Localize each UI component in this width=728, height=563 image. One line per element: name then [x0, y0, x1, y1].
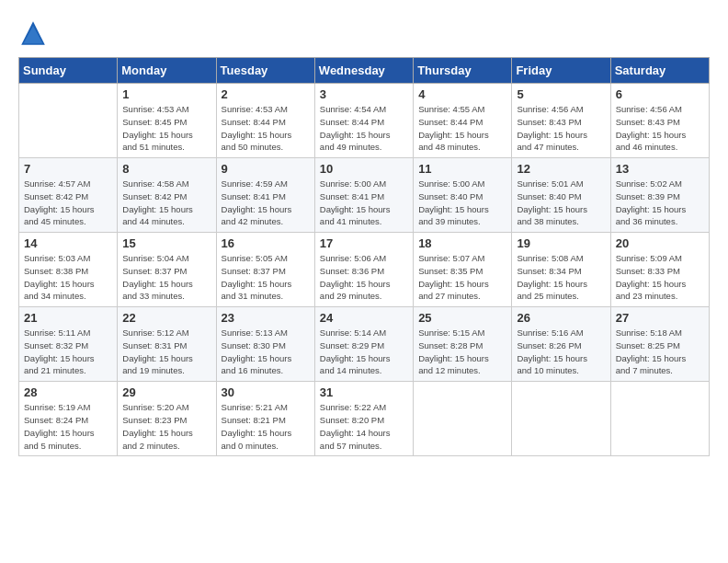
- calendar-cell: 18Sunrise: 5:07 AM Sunset: 8:35 PM Dayli…: [414, 233, 512, 307]
- calendar-cell: [414, 382, 512, 456]
- day-info: Sunrise: 4:58 AM Sunset: 8:42 PM Dayligh…: [122, 178, 210, 228]
- calendar-cell: 9Sunrise: 4:59 AM Sunset: 8:41 PM Daylig…: [216, 158, 314, 233]
- header-friday: Friday: [512, 58, 610, 84]
- week-row-1: 1Sunrise: 4:53 AM Sunset: 8:45 PM Daylig…: [19, 84, 710, 158]
- day-info: Sunrise: 5:11 AM Sunset: 8:32 PM Dayligh…: [24, 327, 112, 377]
- header-wednesday: Wednesday: [314, 58, 413, 84]
- day-info: Sunrise: 5:22 AM Sunset: 8:20 PM Dayligh…: [320, 401, 408, 452]
- day-number: 31: [320, 385, 408, 399]
- day-info: Sunrise: 5:07 AM Sunset: 8:35 PM Dayligh…: [418, 252, 506, 303]
- day-info: Sunrise: 5:12 AM Sunset: 8:31 PM Dayligh…: [122, 327, 210, 377]
- day-info: Sunrise: 5:02 AM Sunset: 8:39 PM Dayligh…: [616, 178, 704, 228]
- day-number: 10: [320, 162, 408, 176]
- calendar-cell: [19, 84, 118, 158]
- day-number: 28: [24, 385, 112, 399]
- calendar-cell: [512, 382, 610, 456]
- calendar-cell: 6Sunrise: 4:56 AM Sunset: 8:43 PM Daylig…: [610, 84, 709, 158]
- calendar-cell: 27Sunrise: 5:18 AM Sunset: 8:25 PM Dayli…: [610, 307, 709, 382]
- day-number: 5: [517, 87, 605, 101]
- day-number: 24: [320, 311, 408, 325]
- week-row-3: 14Sunrise: 5:03 AM Sunset: 8:38 PM Dayli…: [19, 233, 710, 307]
- day-number: 22: [122, 311, 210, 325]
- day-number: 17: [320, 236, 408, 250]
- calendar-cell: 26Sunrise: 5:16 AM Sunset: 8:26 PM Dayli…: [512, 307, 610, 382]
- day-number: 11: [418, 162, 506, 176]
- day-info: Sunrise: 5:21 AM Sunset: 8:21 PM Dayligh…: [222, 401, 310, 452]
- calendar-cell: 20Sunrise: 5:09 AM Sunset: 8:33 PM Dayli…: [610, 233, 709, 307]
- day-number: 3: [320, 87, 408, 101]
- day-number: 8: [122, 162, 210, 176]
- calendar-cell: 22Sunrise: 5:12 AM Sunset: 8:31 PM Dayli…: [118, 307, 216, 382]
- svg-marker-1: [24, 26, 43, 43]
- day-info: Sunrise: 4:56 AM Sunset: 8:43 PM Dayligh…: [517, 103, 605, 154]
- page-header: [18, 18, 710, 48]
- day-info: Sunrise: 5:14 AM Sunset: 8:29 PM Dayligh…: [320, 327, 408, 377]
- day-number: 29: [122, 385, 210, 399]
- calendar-cell: 4Sunrise: 4:55 AM Sunset: 8:44 PM Daylig…: [414, 84, 512, 158]
- week-row-2: 7Sunrise: 4:57 AM Sunset: 8:42 PM Daylig…: [19, 158, 710, 233]
- calendar-cell: 3Sunrise: 4:54 AM Sunset: 8:44 PM Daylig…: [314, 84, 413, 158]
- calendar-cell: 21Sunrise: 5:11 AM Sunset: 8:32 PM Dayli…: [19, 307, 118, 382]
- day-info: Sunrise: 5:16 AM Sunset: 8:26 PM Dayligh…: [517, 327, 605, 377]
- day-number: 21: [24, 311, 112, 325]
- day-number: 14: [24, 236, 112, 250]
- day-number: 6: [616, 87, 704, 101]
- header-row: SundayMondayTuesdayWednesdayThursdayFrid…: [19, 58, 710, 84]
- day-info: Sunrise: 5:01 AM Sunset: 8:40 PM Dayligh…: [517, 178, 605, 228]
- header-monday: Monday: [118, 58, 216, 84]
- header-sunday: Sunday: [19, 58, 118, 84]
- day-info: Sunrise: 5:05 AM Sunset: 8:37 PM Dayligh…: [222, 252, 310, 303]
- day-number: 9: [222, 162, 310, 176]
- calendar-cell: 29Sunrise: 5:20 AM Sunset: 8:23 PM Dayli…: [118, 382, 216, 456]
- calendar-cell: 19Sunrise: 5:08 AM Sunset: 8:34 PM Dayli…: [512, 233, 610, 307]
- calendar-cell: [610, 382, 709, 456]
- day-info: Sunrise: 5:08 AM Sunset: 8:34 PM Dayligh…: [517, 252, 605, 303]
- calendar-cell: 5Sunrise: 4:56 AM Sunset: 8:43 PM Daylig…: [512, 84, 610, 158]
- day-info: Sunrise: 5:15 AM Sunset: 8:28 PM Dayligh…: [418, 327, 506, 377]
- calendar-cell: 13Sunrise: 5:02 AM Sunset: 8:39 PM Dayli…: [610, 158, 709, 233]
- day-number: 4: [418, 87, 506, 101]
- day-info: Sunrise: 4:56 AM Sunset: 8:43 PM Dayligh…: [616, 103, 704, 154]
- day-number: 13: [616, 162, 704, 176]
- day-number: 27: [616, 311, 704, 325]
- day-info: Sunrise: 4:53 AM Sunset: 8:44 PM Dayligh…: [222, 103, 310, 154]
- day-info: Sunrise: 5:20 AM Sunset: 8:23 PM Dayligh…: [122, 401, 210, 452]
- calendar-cell: 2Sunrise: 4:53 AM Sunset: 8:44 PM Daylig…: [216, 84, 314, 158]
- day-info: Sunrise: 5:06 AM Sunset: 8:36 PM Dayligh…: [320, 252, 408, 303]
- calendar-cell: 10Sunrise: 5:00 AM Sunset: 8:41 PM Dayli…: [314, 158, 413, 233]
- header-tuesday: Tuesday: [216, 58, 314, 84]
- calendar-cell: 15Sunrise: 5:04 AM Sunset: 8:37 PM Dayli…: [118, 233, 216, 307]
- day-number: 1: [122, 87, 210, 101]
- calendar-cell: 25Sunrise: 5:15 AM Sunset: 8:28 PM Dayli…: [414, 307, 512, 382]
- day-info: Sunrise: 5:09 AM Sunset: 8:33 PM Dayligh…: [616, 252, 704, 303]
- day-number: 25: [418, 311, 506, 325]
- day-info: Sunrise: 5:19 AM Sunset: 8:24 PM Dayligh…: [24, 401, 112, 452]
- logo: [18, 18, 51, 48]
- day-number: 7: [24, 162, 112, 176]
- day-number: 30: [222, 385, 310, 399]
- calendar-cell: 24Sunrise: 5:14 AM Sunset: 8:29 PM Dayli…: [314, 307, 413, 382]
- calendar-cell: 16Sunrise: 5:05 AM Sunset: 8:37 PM Dayli…: [216, 233, 314, 307]
- day-number: 16: [222, 236, 310, 250]
- calendar-header: SundayMondayTuesdayWednesdayThursdayFrid…: [19, 58, 710, 84]
- header-saturday: Saturday: [610, 58, 709, 84]
- day-number: 2: [222, 87, 310, 101]
- day-info: Sunrise: 5:00 AM Sunset: 8:40 PM Dayligh…: [418, 178, 506, 228]
- calendar-table: SundayMondayTuesdayWednesdayThursdayFrid…: [18, 57, 710, 456]
- day-info: Sunrise: 4:57 AM Sunset: 8:42 PM Dayligh…: [24, 178, 112, 228]
- header-thursday: Thursday: [414, 58, 512, 84]
- day-number: 12: [517, 162, 605, 176]
- day-info: Sunrise: 4:54 AM Sunset: 8:44 PM Dayligh…: [320, 103, 408, 154]
- day-info: Sunrise: 5:03 AM Sunset: 8:38 PM Dayligh…: [24, 252, 112, 303]
- calendar-cell: 31Sunrise: 5:22 AM Sunset: 8:20 PM Dayli…: [314, 382, 413, 456]
- day-info: Sunrise: 4:59 AM Sunset: 8:41 PM Dayligh…: [222, 178, 310, 228]
- calendar-cell: 1Sunrise: 4:53 AM Sunset: 8:45 PM Daylig…: [118, 84, 216, 158]
- day-number: 19: [517, 236, 605, 250]
- week-row-4: 21Sunrise: 5:11 AM Sunset: 8:32 PM Dayli…: [19, 307, 710, 382]
- week-row-5: 28Sunrise: 5:19 AM Sunset: 8:24 PM Dayli…: [19, 382, 710, 456]
- calendar-cell: 30Sunrise: 5:21 AM Sunset: 8:21 PM Dayli…: [216, 382, 314, 456]
- day-number: 23: [222, 311, 310, 325]
- day-number: 26: [517, 311, 605, 325]
- day-info: Sunrise: 5:18 AM Sunset: 8:25 PM Dayligh…: [616, 327, 704, 377]
- calendar-body: 1Sunrise: 4:53 AM Sunset: 8:45 PM Daylig…: [19, 84, 710, 456]
